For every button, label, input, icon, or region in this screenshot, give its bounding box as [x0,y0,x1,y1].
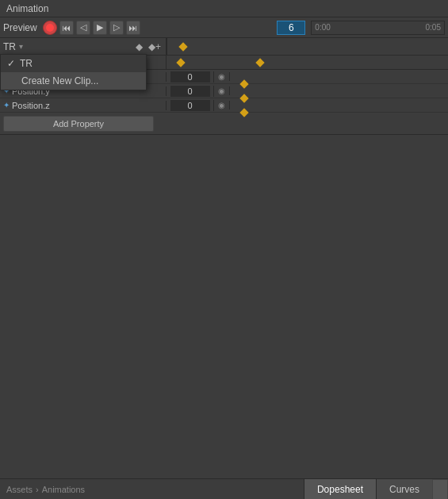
tr-diamond-2 [255,58,264,67]
tr-track [167,56,448,69]
timeline-icons: ◆ ◆+ [134,41,163,52]
position-z-value-col [167,100,214,111]
add-key-icon[interactable]: ◆+ [147,41,163,52]
dropdown-tr-label: TR [20,58,33,69]
tr-diamond-1 [176,58,185,67]
dropdown-arrow-icon[interactable]: ▾ [19,42,23,51]
position-z-label: Position.z [12,101,163,110]
scrollbar-thumb[interactable] [432,479,448,500]
track-header-row: TR ▾ ◆ ◆+ [0,38,448,56]
ruler-time-start: 0:00 [315,23,330,32]
record-button[interactable] [43,21,57,35]
diamond-icon[interactable]: ◆ [134,41,144,52]
tab-group: Dopesheet Curves [304,479,432,499]
breadcrumb-part2: Animations [42,485,85,494]
add-property-button[interactable]: Add Property [3,116,154,132]
position-z-dot: ◉ [214,101,230,109]
title-bar-text: Animation [6,3,48,14]
table-row: ✦ Position.z ◉ [0,98,448,113]
dropdown-menu: ✓ TR Create New Clip... [0,54,147,90]
record-dot-icon [46,24,54,32]
toolbar: Preview ⏮ ◁ ▶ ▷ ⏭ 0:00 0:05 [0,17,448,38]
skip-forward-button[interactable]: ⏭ [126,21,140,35]
play-button[interactable]: ▶ [93,21,107,35]
dropdown-item-tr[interactable]: ✓ TR [1,55,146,72]
skip-back-button[interactable]: ⏮ [59,21,74,35]
ruler-diamond-1 [178,42,187,51]
position-y-input[interactable] [170,86,210,97]
bottom-bar: Assets › Animations Dopesheet Curves [0,478,448,499]
position-y-value-col [167,86,214,97]
position-z-icon: ✦ [3,101,10,109]
dropdown-create-clip-label: Create New Clip... [21,75,98,86]
dot-icon-y: ◉ [218,86,225,95]
position-z-prop: ✦ Position.z [0,101,167,110]
tab-dopesheet[interactable]: Dopesheet [304,479,376,499]
tr-label: TR [3,41,16,52]
tr-header-col: TR ▾ ◆ ◆+ [0,38,167,55]
tab-curves[interactable]: Curves [376,479,432,499]
position-y-dot: ◉ [214,86,230,95]
dropdown-item-create-new-clip[interactable]: Create New Clip... [1,72,146,90]
position-x-input[interactable] [170,71,210,83]
breadcrumb: Assets › Animations [0,485,304,494]
title-bar: Animation [0,0,448,17]
frame-input[interactable] [277,21,305,35]
checkmark-icon: ✓ [7,58,15,69]
dot-icon-x: ◉ [218,72,225,81]
next-frame-button[interactable]: ▷ [109,21,124,35]
empty-area [0,135,448,499]
preview-label: Preview [3,22,37,33]
ruler-time-end: 0:05 [426,23,441,32]
breadcrumb-separator: › [36,485,39,494]
app-window: Animation Preview ⏮ ◁ ▶ ▷ ⏭ 0:00 0:05 TR… [0,0,448,499]
position-z-input[interactable] [170,100,210,111]
position-x-dot: ◉ [214,72,230,81]
add-property-row: Add Property [0,113,448,135]
prev-frame-button[interactable]: ◁ [76,21,90,35]
breadcrumb-part1: Assets [6,485,33,494]
position-x-value-col [167,71,214,83]
dot-icon-z: ◉ [218,101,225,109]
